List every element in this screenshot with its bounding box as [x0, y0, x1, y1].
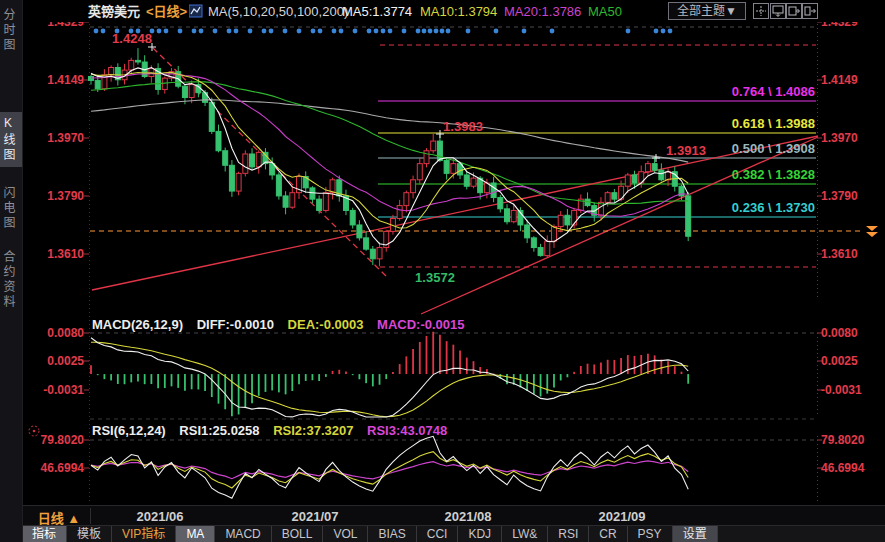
sidebar-item-2[interactable]: K线图 — [0, 112, 22, 167]
indicator-toolbar: 指标模板VIP指标MAMACDBOLLVOLBIASCCIKDJLW&RSICR… — [22, 525, 885, 542]
rsi-header: RSI(6,12,24) RSI1:25.0258 RSI2:37.3207 R… — [92, 423, 457, 438]
pane-down-icon[interactable] — [770, 3, 786, 19]
toolbar-tab-7[interactable]: VOL — [323, 526, 368, 542]
theme-dropdown-button[interactable]: 全部主题▼ — [668, 2, 746, 20]
sidebar-item-4[interactable]: 合约资料 — [0, 246, 22, 314]
date-label-2: 2021/07 — [292, 509, 339, 524]
toolbar-tab-10[interactable]: KDJ — [458, 526, 502, 542]
sidebar-item-1[interactable]: 分时图 — [0, 4, 22, 57]
symbol-title: 英镑美元 — [88, 4, 140, 19]
toolbar-tab-1[interactable]: 指标 — [22, 526, 67, 542]
macd-params: MACD(26,12,9) — [92, 317, 183, 332]
date-label-3: 2021/08 — [445, 509, 492, 524]
toolbar-tab-14[interactable]: PSY — [628, 526, 673, 542]
rsi3-value: RSI3:43.0748 — [367, 423, 447, 438]
toolbar-tab-8[interactable]: BIAS — [368, 526, 416, 542]
xaxis-strip: 日线 ▲ 2021/062021/072021/082021/09 — [22, 505, 885, 526]
app-window: 1.43291.41491.39701.37901.36101.43291.41… — [0, 0, 885, 542]
date-label-4: 2021/09 — [599, 509, 646, 524]
date-label-1: 2021/06 — [137, 509, 184, 524]
rsi2-value: RSI2:37.3207 — [273, 423, 353, 438]
macd-value: MACD:-0.0015 — [377, 317, 464, 332]
pane-right-icon[interactable] — [786, 3, 802, 19]
toolbar-tab-15[interactable]: 设置 — [673, 526, 718, 542]
toolbar-tab-12[interactable]: RSI — [548, 526, 589, 542]
toolbar-tab-11[interactable]: LW& — [502, 526, 548, 542]
toolbar-tab-6[interactable]: BOLL — [272, 526, 324, 542]
ma5-value: MA5:1.3774 — [342, 4, 412, 19]
rsi-params: RSI(6,12,24) — [92, 423, 166, 438]
ma50-value: MA50 — [588, 4, 622, 19]
period-tag: <日线> — [146, 4, 187, 19]
topbar: 英镑美元 <日线> MA(5,10,20,50,100,200) MA5:1.3… — [22, 0, 885, 22]
left-sidebar: 分时图K线图闪电图合约资料 — [0, 0, 23, 542]
toolbar-tab-3[interactable]: VIP指标 — [112, 526, 176, 542]
macd-diff-value: DIFF:-0.0010 — [197, 317, 274, 332]
toolbar-tab-13[interactable]: CR — [589, 526, 627, 542]
ma20-value: MA20:1.3786 — [504, 4, 581, 19]
toolbar-tab-9[interactable]: CCI — [417, 526, 459, 542]
toolbar-tab-4[interactable]: MA — [176, 526, 215, 542]
toolbar-tab-5[interactable]: MACD — [215, 526, 271, 542]
macd-header: MACD(26,12,9) DIFF:-0.0010 DEA:-0.0003 M… — [92, 317, 475, 332]
macd-dea-value: DEA:-0.0003 — [288, 317, 364, 332]
pan-icon[interactable] — [753, 3, 769, 19]
ma10-value: MA10:1.3794 — [420, 4, 497, 19]
ma-settings-label: MA(5,10,20,50,100,200) — [208, 4, 348, 19]
toolbar-tab-2[interactable]: 模板 — [67, 526, 112, 542]
pane-out-icon[interactable] — [802, 3, 818, 19]
chart-type-icon — [189, 4, 203, 18]
rsi1-value: RSI1:25.0258 — [179, 423, 259, 438]
sidebar-item-3[interactable]: 闪电图 — [0, 182, 22, 235]
period-selector[interactable]: 日线 ▲ — [28, 508, 91, 524]
